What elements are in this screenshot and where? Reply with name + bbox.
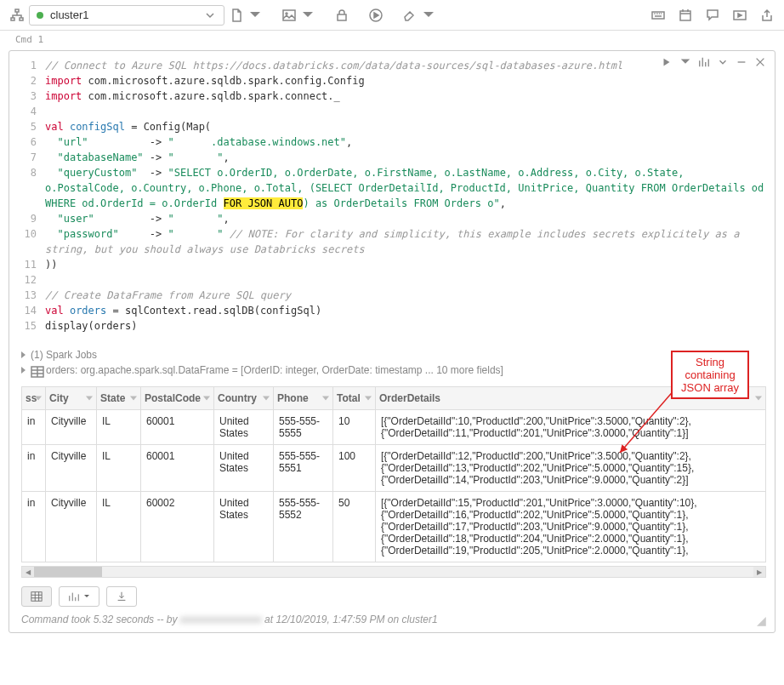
calendar-icon[interactable] [679, 9, 692, 22]
caret-down-icon[interactable] [422, 9, 435, 22]
run-cell-icon[interactable] [661, 56, 673, 68]
schema-toggle[interactable]: orders: org.apache.spark.sql.DataFrame =… [21, 362, 766, 378]
table-row: inCityvilleIL60002United States555-555-5… [22, 492, 766, 562]
scroll-left-icon[interactable]: ◀ [22, 567, 34, 577]
output-meta: (1) Spark Jobs orders: org.apache.spark.… [9, 342, 775, 381]
chart-icon[interactable] [698, 56, 710, 68]
column-header[interactable]: Total [333, 387, 376, 410]
toolbar-left: cluster1 [10, 5, 646, 26]
code-editor[interactable]: 123456789101112131415 // Connect to Azur… [9, 51, 775, 342]
column-header[interactable]: ss [22, 387, 46, 410]
code-content[interactable]: // Connect to Azure SQL https://docs.dat… [45, 58, 775, 334]
lock-icon[interactable] [335, 9, 349, 22]
cluster-selector[interactable]: cluster1 [29, 5, 224, 26]
notebook-toolbar: cluster1 [0, 0, 784, 31]
horizontal-scrollbar[interactable]: ◀ ▶ [21, 566, 766, 578]
chart-view-button[interactable] [59, 586, 99, 607]
triangle-right-icon [21, 351, 26, 358]
svg-rect-5 [338, 14, 346, 20]
svg-rect-11 [31, 592, 42, 602]
svg-rect-3 [283, 10, 295, 20]
sitemap-icon[interactable] [10, 9, 24, 22]
caret-down-icon[interactable] [679, 56, 691, 68]
scroll-right-icon[interactable]: ▶ [753, 567, 765, 577]
play-video-icon[interactable] [733, 9, 747, 22]
column-header[interactable]: City [46, 387, 97, 410]
resize-handle-icon[interactable]: ◢ [757, 614, 766, 627]
clear-icon[interactable] [403, 9, 417, 22]
table-view-button[interactable] [21, 586, 52, 607]
svg-point-4 [286, 13, 287, 14]
run-icon[interactable] [369, 9, 383, 22]
svg-rect-7 [652, 12, 664, 19]
keyboard-icon[interactable] [651, 9, 665, 22]
svg-rect-8 [680, 11, 690, 20]
image-icon[interactable] [282, 9, 296, 22]
column-header[interactable]: PostalCode [141, 387, 214, 410]
result-table-wrapper: String containing JSON array ssCityState… [21, 386, 766, 562]
json-annotation: String containing JSON array [671, 351, 749, 399]
execution-footer: Command took 5.32 seconds -- by xxxxxxxx… [9, 614, 775, 632]
svg-rect-1 [11, 18, 14, 20]
status-dot-icon [37, 12, 43, 19]
svg-rect-0 [15, 9, 19, 12]
column-header[interactable]: Phone [274, 387, 333, 410]
scroll-thumb[interactable] [34, 567, 102, 577]
caret-down-icon[interactable] [248, 9, 262, 22]
notebook-cell: 123456789101112131415 // Connect to Azur… [9, 50, 775, 633]
arrow-icon [611, 385, 679, 461]
minimize-icon[interactable] [736, 56, 747, 68]
spark-jobs-toggle[interactable]: (1) Spark Jobs [21, 347, 766, 362]
triangle-right-icon [21, 367, 26, 374]
table-icon [31, 365, 41, 375]
chevron-down-icon [203, 9, 217, 22]
file-icon[interactable] [230, 9, 243, 22]
export-icon[interactable] [760, 9, 774, 22]
display-controls [9, 578, 775, 614]
toolbar-right [651, 9, 774, 22]
cmd-label: Cmd 1 [0, 31, 784, 47]
column-header[interactable]: State [97, 387, 141, 410]
svg-rect-2 [20, 18, 23, 20]
chevron-down-icon[interactable] [717, 56, 729, 68]
line-gutter: 123456789101112131415 [9, 58, 45, 334]
download-button[interactable] [106, 586, 137, 607]
comment-icon[interactable] [706, 9, 719, 22]
caret-down-icon[interactable] [301, 9, 315, 22]
column-header[interactable]: Country [214, 387, 274, 410]
cluster-name: cluster1 [50, 9, 196, 21]
close-icon[interactable] [754, 56, 766, 68]
cell-controls [661, 56, 766, 68]
